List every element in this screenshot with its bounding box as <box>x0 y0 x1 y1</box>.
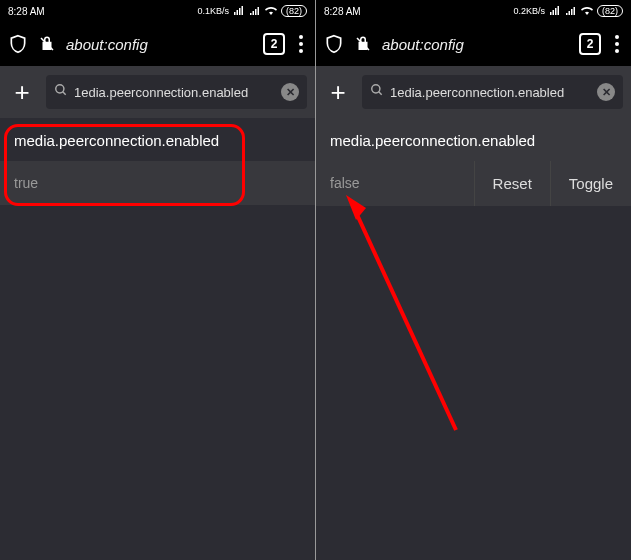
signal-icon <box>249 5 261 17</box>
pref-value: false <box>316 161 474 206</box>
svg-rect-9 <box>555 8 557 15</box>
menu-button[interactable] <box>611 35 623 53</box>
pref-item[interactable]: media.peerconnection.enabled false Reset… <box>316 118 631 206</box>
svg-point-12 <box>372 85 380 93</box>
search-row: + 1edia.peerconnection.enabled ✕ <box>316 66 631 118</box>
toggle-button[interactable]: Toggle <box>550 161 631 206</box>
reset-button[interactable]: Reset <box>474 161 550 206</box>
signal-icon <box>565 5 577 17</box>
svg-rect-2 <box>239 8 241 15</box>
lock-icon <box>354 35 372 53</box>
clear-icon[interactable]: ✕ <box>281 83 299 101</box>
svg-point-5 <box>56 85 64 93</box>
svg-line-13 <box>379 92 382 95</box>
add-button[interactable]: + <box>8 77 36 108</box>
tab-count[interactable]: 2 <box>263 33 285 55</box>
battery-indicator: (82) <box>597 5 623 17</box>
add-button[interactable]: + <box>324 77 352 108</box>
content-area: media.peerconnection.enabled true <box>0 118 315 560</box>
svg-rect-3 <box>241 6 243 15</box>
menu-button[interactable] <box>295 35 307 53</box>
search-input[interactable]: 1edia.peerconnection.enabled <box>390 85 591 100</box>
status-indicators: 0.1KB/s (82) <box>197 5 307 17</box>
pref-item[interactable]: media.peerconnection.enabled true <box>0 118 315 205</box>
svg-rect-10 <box>557 6 559 15</box>
clear-icon[interactable]: ✕ <box>597 83 615 101</box>
search-box[interactable]: 1edia.peerconnection.enabled ✕ <box>362 75 623 109</box>
search-icon <box>370 83 384 101</box>
shield-icon[interactable] <box>8 34 28 54</box>
status-indicators: 0.2KB/s (82) <box>513 5 623 17</box>
status-bar: 8:28 AM 0.1KB/s (82) <box>0 0 315 22</box>
tab-count[interactable]: 2 <box>579 33 601 55</box>
status-speed: 0.2KB/s <box>513 6 545 16</box>
nav-bar: about:config 2 <box>0 22 315 66</box>
search-icon <box>54 83 68 101</box>
status-speed: 0.1KB/s <box>197 6 229 16</box>
search-row: + 1edia.peerconnection.enabled ✕ <box>0 66 315 118</box>
url-text[interactable]: about:config <box>66 36 253 53</box>
shield-icon[interactable] <box>324 34 344 54</box>
pref-name: media.peerconnection.enabled <box>0 118 315 161</box>
network-icon <box>549 5 561 17</box>
battery-indicator: (82) <box>281 5 307 17</box>
search-box[interactable]: 1edia.peerconnection.enabled ✕ <box>46 75 307 109</box>
content-area: media.peerconnection.enabled false Reset… <box>316 118 631 560</box>
wifi-icon <box>581 5 593 17</box>
status-time: 8:28 AM <box>324 6 361 17</box>
lock-icon <box>38 35 56 53</box>
nav-bar: about:config 2 <box>316 22 631 66</box>
svg-line-6 <box>63 92 66 95</box>
status-bar: 8:28 AM 0.2KB/s (82) <box>316 0 631 22</box>
svg-rect-8 <box>552 10 554 15</box>
svg-rect-7 <box>550 12 552 15</box>
url-text[interactable]: about:config <box>382 36 569 53</box>
wifi-icon <box>265 5 277 17</box>
svg-rect-1 <box>236 10 238 15</box>
svg-rect-0 <box>234 12 236 15</box>
pref-value: true <box>0 161 315 205</box>
pref-name: media.peerconnection.enabled <box>316 118 631 161</box>
network-icon <box>233 5 245 17</box>
status-time: 8:28 AM <box>8 6 45 17</box>
search-input[interactable]: 1edia.peerconnection.enabled <box>74 85 275 100</box>
